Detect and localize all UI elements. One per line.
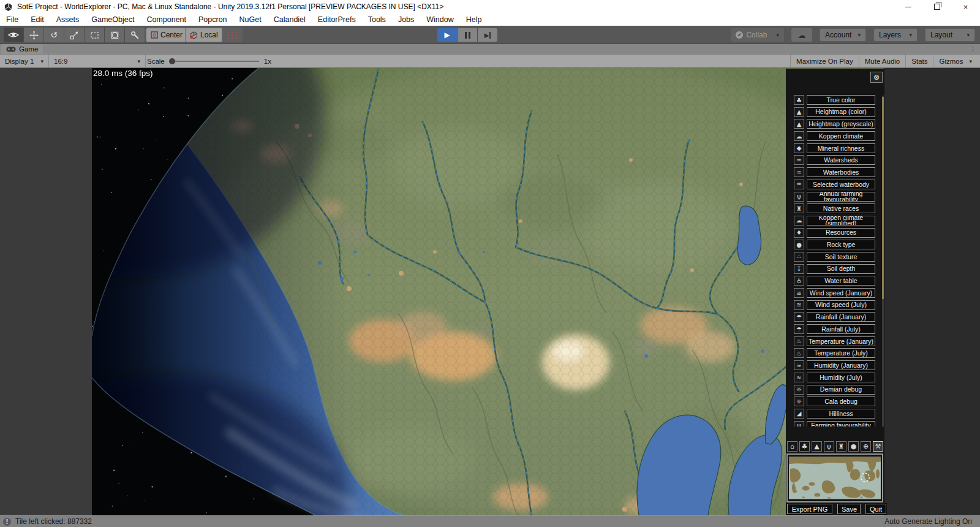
compass-icon[interactable]: ⊕ — [861, 441, 871, 452]
quit-button[interactable]: Quit — [865, 504, 886, 514]
layers-dropdown[interactable]: Layers▾ — [873, 28, 918, 42]
collab-check-icon: ✔ — [736, 31, 743, 39]
menu-file[interactable]: File — [0, 13, 24, 26]
menu-jobs[interactable]: Jobs — [392, 13, 420, 26]
rotate-icon: ↺ — [50, 30, 58, 40]
layout-dropdown[interactable]: Layout▾ — [925, 28, 975, 42]
account-dropdown[interactable]: Account▾ — [820, 28, 866, 42]
panel-close-button[interactable]: ⊗ — [870, 72, 883, 83]
map-mode-selected-waterbody[interactable]: Selected waterbody — [807, 180, 875, 189]
scale-knob[interactable] — [169, 58, 175, 64]
game-render[interactable]: 28.0 ms (36 fps) — [92, 68, 884, 515]
map-mode-humidity-january[interactable]: Humidity (January) — [807, 360, 875, 370]
map-mode-resources[interactable]: Resources — [807, 228, 875, 238]
cloud-button[interactable]: ☁ — [791, 28, 812, 42]
map-mode-humidity-july[interactable]: Humidity (July) — [807, 373, 875, 382]
statue-icon[interactable]: ♜ — [836, 441, 846, 452]
map-mode-waterbodies[interactable]: Waterbodies — [807, 167, 875, 177]
console-message-icon[interactable]: ! — [3, 518, 11, 526]
tree-icon[interactable]: ♣ — [799, 441, 810, 452]
mute-audio-toggle[interactable]: Mute Audio — [859, 55, 906, 67]
aspect-dropdown[interactable]: 16:9▾ — [49, 55, 146, 67]
pivot-local-button[interactable]: Local — [185, 28, 223, 42]
menu-gameobject[interactable]: GameObject — [85, 13, 140, 26]
maximize-on-play-toggle[interactable]: Maximize On Play — [790, 55, 859, 67]
map-mode-koppen-climate-simplified[interactable]: Koppen climate (simplified) — [807, 216, 875, 226]
pause-button[interactable] — [458, 28, 478, 42]
grid-snap-button[interactable] — [222, 28, 243, 42]
display-dropdown[interactable]: Display 1▾ — [0, 55, 49, 67]
move-tool-button[interactable] — [24, 28, 44, 42]
map-mode-farming-favourability[interactable]: Farming favourability — [807, 421, 875, 427]
transform-tool-button[interactable] — [105, 28, 125, 42]
rect-tool-button[interactable] — [85, 28, 105, 42]
cloud-icon: ☁ — [794, 131, 804, 141]
map-mode-rainfall-july[interactable]: Rainfall (July) — [807, 324, 875, 334]
map-mode-soil-depth[interactable]: Soil depth — [807, 264, 875, 274]
map-mode-row: ∴Soil texture — [794, 252, 875, 262]
map-mode-watersheds[interactable]: Watersheds — [807, 155, 875, 165]
map-mode-heightmap-greyscale[interactable]: Heightmap (greyscale) — [807, 119, 875, 129]
pivot-center-button[interactable]: Center — [146, 28, 187, 42]
menu-calandiel[interactable]: Calandiel — [268, 13, 312, 26]
minimap[interactable] — [786, 453, 883, 502]
map-mode-hilliness[interactable]: Hilliness — [807, 409, 875, 419]
map-mode-temperature-july[interactable]: Temperature (July) — [807, 348, 875, 358]
menu-edit[interactable]: Edit — [24, 13, 50, 26]
stats-toggle[interactable]: Stats — [905, 55, 933, 67]
map-mode-wind-speed-july[interactable]: Wind speed (July) — [807, 300, 875, 310]
map-mode-temperature-january[interactable]: Temperature (January) — [807, 336, 875, 346]
wheat-icon[interactable]: ψ — [824, 441, 834, 452]
map-mode-row: ψAnnual farming favourability — [794, 192, 875, 202]
chevron-down-icon: ▾ — [909, 32, 912, 38]
scale-slider[interactable]: Scale 1x — [147, 55, 271, 67]
export-png-button[interactable]: Export PNG — [787, 504, 832, 514]
collab-button[interactable]: ✔ Collab ▾ — [731, 28, 784, 42]
pause-icon — [465, 32, 470, 39]
map-mode-heightmap-color[interactable]: Heightmap (color) — [807, 107, 875, 117]
menu-nuget[interactable]: NuGet — [233, 13, 268, 26]
overflow-menu-icon[interactable]: ⋮ — [970, 44, 976, 54]
pickaxe-icon[interactable]: ⚒ — [873, 441, 883, 452]
restore-button[interactable] — [922, 0, 951, 13]
close-button[interactable]: × — [951, 0, 980, 13]
scrollbar[interactable] — [882, 97, 884, 299]
rotate-tool-button[interactable]: ↺ — [44, 28, 64, 42]
map-mode-rock-type[interactable]: Rock type — [807, 240, 875, 249]
panel-actions: Export PNG Save Quit — [787, 504, 886, 514]
map-mode-demian-debug[interactable]: Demian debug — [807, 385, 875, 395]
gizmos-dropdown[interactable]: Gizmos▾ — [933, 55, 978, 67]
map-mode-koppen-climate[interactable]: Koppen climate — [807, 131, 875, 141]
map-mode-rainfall-january[interactable]: Rainfall (January) — [807, 312, 875, 322]
tab-game[interactable]: Game — [1, 44, 43, 54]
map-mode-mineral-richness[interactable]: Mineral richness — [807, 143, 875, 153]
map-mode-true-color[interactable]: True color — [807, 95, 875, 105]
view-tool-button[interactable] — [4, 28, 24, 42]
map-mode-water-table[interactable]: Water table — [807, 276, 875, 286]
status-message[interactable]: Tile left clicked: 887332 — [15, 517, 92, 526]
step-button[interactable]: ▶ — [478, 28, 497, 42]
save-button[interactable]: Save — [837, 504, 861, 514]
map-mode-annual-farming-favourability[interactable]: Annual farming favourability — [807, 192, 875, 202]
menu-editorprefs[interactable]: EditorPrefs — [312, 13, 362, 26]
menu-help[interactable]: Help — [460, 13, 488, 26]
mountain-icon[interactable]: ▲ — [812, 441, 822, 452]
play-button[interactable]: ▶ — [437, 28, 458, 42]
map-mode-row: ▲Heightmap (color) — [794, 107, 875, 117]
custom-tools-button[interactable] — [125, 28, 145, 42]
menu-component[interactable]: Component — [140, 13, 192, 26]
map-mode-cala-debug[interactable]: Cala debug — [807, 396, 875, 406]
minimize-button[interactable] — [894, 0, 922, 13]
map-mode-row: ◆Mineral richness — [794, 143, 875, 153]
map-mode-native-races[interactable]: Native races — [807, 203, 875, 213]
home-icon[interactable]: ⌂ — [787, 441, 797, 452]
map-mode-wind-speed-january[interactable]: Wind speed (January) — [807, 288, 875, 298]
map-mode-soil-texture[interactable]: Soil texture — [807, 252, 875, 262]
shell-icon[interactable]: ● — [848, 441, 859, 452]
menu-popcron[interactable]: Popcron — [192, 13, 233, 26]
menu-window[interactable]: Window — [420, 13, 459, 26]
menu-tools[interactable]: Tools — [362, 13, 392, 26]
scale-tool-button[interactable] — [64, 28, 85, 42]
map-mode-panel: ⊗ ♣True color▲Heightmap (color)▲Heightma… — [786, 69, 884, 515]
menu-assets[interactable]: Assets — [50, 13, 86, 26]
